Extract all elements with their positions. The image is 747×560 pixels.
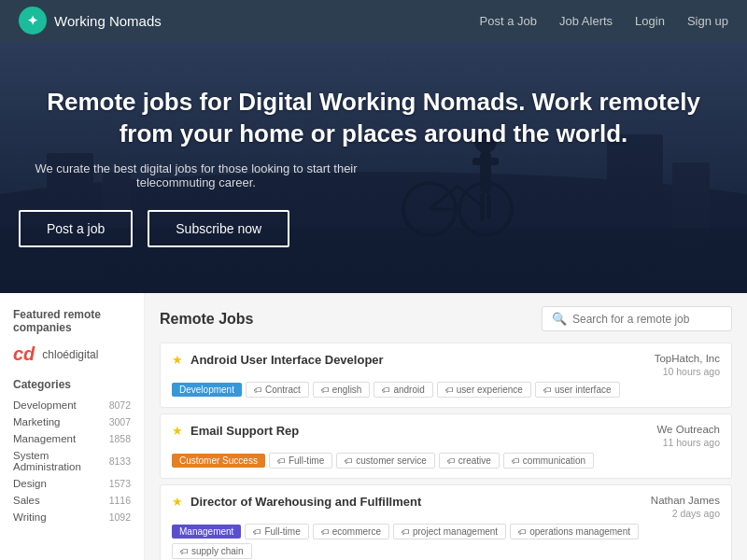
- category-tag: Development: [172, 383, 242, 397]
- job-card[interactable]: ★ Director of Warehousing and Fulfillmen…: [160, 484, 732, 560]
- job-tag: ecommerce: [313, 524, 389, 539]
- category-item[interactable]: Management 1858: [13, 430, 131, 447]
- job-tag: Full-time: [245, 524, 308, 539]
- category-tag: Management: [172, 525, 241, 539]
- job-tag: english: [313, 382, 371, 398]
- logo-icon: ✦: [19, 7, 47, 35]
- category-count: 1116: [109, 495, 131, 506]
- category-name: System Administration: [13, 450, 109, 472]
- category-count: 1858: [109, 433, 131, 444]
- brand: ✦ Working Nomads: [19, 7, 480, 35]
- star-icon: ★: [172, 495, 183, 509]
- subscribe-now-button[interactable]: Subscribe now: [148, 210, 289, 247]
- job-tag: creative: [439, 453, 500, 469]
- job-title-row: ★ Email Support Rep: [172, 424, 299, 438]
- job-list-title: Remote Jobs: [160, 311, 253, 328]
- job-tag: customer service: [336, 453, 435, 469]
- category-name: Development: [13, 399, 77, 411]
- category-item[interactable]: System Administration 8133: [13, 447, 131, 475]
- category-item[interactable]: Design 1573: [13, 475, 131, 492]
- categories-list: Development 8072Marketing 3007Management…: [13, 397, 131, 525]
- job-title-row: ★ Director of Warehousing and Fulfillmen…: [172, 495, 421, 509]
- search-box[interactable]: 🔍: [542, 306, 732, 331]
- job-tag: user interface: [535, 382, 620, 398]
- categories-title: Categories: [13, 378, 131, 391]
- nav-links: Post a Job Job Alerts Login Sign up: [480, 14, 728, 28]
- job-tags: ManagementFull-timeecommerceproject mana…: [172, 524, 720, 559]
- category-count: 1573: [109, 478, 131, 489]
- hero-subtext: We curate the best digital jobs for thos…: [19, 161, 374, 189]
- category-item[interactable]: Writing 1092: [13, 509, 131, 525]
- job-time: 11 hours ago: [656, 437, 720, 448]
- star-icon: ★: [172, 424, 183, 438]
- category-name: Management: [13, 433, 76, 444]
- job-tag: project management: [393, 524, 506, 539]
- job-tag: supply chain: [172, 543, 252, 559]
- login-nav-link[interactable]: Login: [635, 14, 665, 28]
- sidebar: Featured remote companies cd chloédigita…: [0, 293, 145, 560]
- job-meta: Nathan James 2 days ago: [651, 495, 720, 519]
- job-time: 10 hours ago: [655, 366, 720, 377]
- job-list-header: Remote Jobs 🔍: [160, 306, 732, 331]
- category-item[interactable]: Development 8072: [13, 397, 131, 413]
- main-content: Featured remote companies cd chloédigita…: [0, 293, 747, 560]
- brand-name: Working Nomads: [54, 13, 162, 29]
- star-icon: ★: [172, 353, 183, 367]
- job-time: 2 days ago: [651, 508, 720, 519]
- post-a-job-nav-link[interactable]: Post a Job: [480, 14, 537, 28]
- job-company: TopHatch, Inc: [655, 353, 720, 364]
- job-card-top: ★ Email Support Rep We Outreach 11 hours…: [172, 424, 720, 448]
- job-title: Email Support Rep: [190, 424, 299, 438]
- company-logo-icon: cd: [13, 343, 35, 365]
- job-tag: Contract: [246, 382, 309, 398]
- job-title: Director of Warehousing and Fulfillment: [190, 495, 421, 509]
- category-tag: Customer Success: [172, 454, 265, 468]
- job-list: ★ Android User Interface Developer TopHa…: [160, 343, 732, 560]
- hero-section: Remote jobs for Digital Working Nomads. …: [0, 41, 747, 293]
- category-name: Sales: [13, 495, 40, 506]
- category-name: Writing: [13, 511, 47, 523]
- job-title: Android User Interface Developer: [190, 353, 384, 367]
- job-card-top: ★ Director of Warehousing and Fulfillmen…: [172, 495, 720, 519]
- category-count: 1092: [109, 511, 131, 523]
- hero-headline: Remote jobs for Digital Working Nomads. …: [19, 87, 728, 150]
- job-tags: DevelopmentContractenglishandroiduser ex…: [172, 382, 720, 398]
- job-tag: user experience: [437, 382, 531, 398]
- job-tag: Full-time: [269, 453, 332, 469]
- job-alerts-nav-link[interactable]: Job Alerts: [559, 14, 613, 28]
- category-name: Design: [13, 478, 47, 489]
- job-card-top: ★ Android User Interface Developer TopHa…: [172, 353, 720, 377]
- category-count: 8133: [109, 455, 131, 467]
- job-tag: communication: [503, 453, 594, 469]
- job-tag: operations management: [510, 524, 639, 539]
- hero-content: Remote jobs for Digital Working Nomads. …: [19, 87, 728, 247]
- category-count: 3007: [109, 416, 131, 427]
- job-company: We Outreach: [656, 424, 720, 435]
- search-input[interactable]: [572, 313, 722, 326]
- job-meta: TopHatch, Inc 10 hours ago: [655, 353, 720, 377]
- job-title-row: ★ Android User Interface Developer: [172, 353, 384, 367]
- featured-company[interactable]: cd chloédigital: [13, 343, 131, 365]
- job-company: Nathan James: [651, 495, 720, 506]
- job-card[interactable]: ★ Android User Interface Developer TopHa…: [160, 343, 732, 408]
- post-a-job-button[interactable]: Post a job: [19, 210, 133, 247]
- job-meta: We Outreach 11 hours ago: [656, 424, 720, 448]
- company-name: chloédigital: [42, 348, 98, 361]
- signup-nav-link[interactable]: Sign up: [687, 14, 728, 28]
- job-list-container: Remote Jobs 🔍 ★ Android User Interface D…: [145, 293, 747, 560]
- featured-companies-title: Featured remote companies: [13, 308, 131, 334]
- job-tag: android: [374, 382, 432, 398]
- category-name: Marketing: [13, 416, 61, 427]
- job-card[interactable]: ★ Email Support Rep We Outreach 11 hours…: [160, 413, 732, 479]
- job-tags: Customer SuccessFull-timecustomer servic…: [172, 453, 720, 469]
- category-item[interactable]: Sales 1116: [13, 492, 131, 509]
- navbar: ✦ Working Nomads Post a Job Job Alerts L…: [0, 0, 747, 41]
- hero-buttons: Post a job Subscribe now: [19, 210, 728, 247]
- search-icon: 🔍: [552, 312, 567, 326]
- category-item[interactable]: Marketing 3007: [13, 413, 131, 430]
- category-count: 8072: [109, 399, 131, 411]
